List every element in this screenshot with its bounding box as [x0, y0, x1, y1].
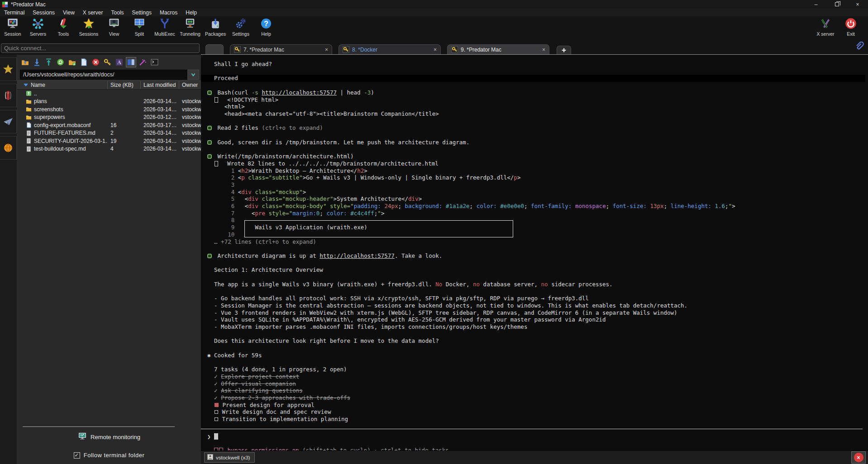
table-row[interactable]: FUTURE-FEATURES.md22026-03-14…vstockw [17, 129, 201, 137]
strip-button-favorites-star[interactable] [0, 57, 17, 81]
terminal-line [207, 345, 868, 352]
quick-connect-input[interactable] [1, 43, 200, 53]
wand-icon [139, 58, 147, 66]
toolbar-button-settings[interactable]: Settings [228, 18, 253, 37]
file-name-cell: SECURITY-AUDIT-2026-03-1… [17, 138, 108, 144]
attach-paperclip-icon[interactable] [854, 42, 864, 52]
file-table-header-size-kb-[interactable]: Size (KB) [108, 81, 141, 89]
prompt-line[interactable]: ❯ [207, 433, 868, 440]
close-terminal-button[interactable]: × [851, 451, 866, 464]
menu-item-view[interactable]: View [59, 9, 79, 16]
menu-item-help[interactable]: Help [181, 9, 201, 16]
file-toolbar-refresh[interactable] [55, 57, 66, 67]
file-toolbar-parent-folder[interactable] [20, 57, 30, 67]
file-toolbar-new-file[interactable] [79, 57, 89, 67]
table-row[interactable]: screenshots2026-03-14…vstockw [17, 105, 201, 114]
star-icon [83, 18, 95, 30]
table-row[interactable]: SECURITY-AUDIT-2026-03-1…192026-03-14…vs… [17, 137, 201, 145]
table-row[interactable]: config-export.mobaconf162026-03-17…vstoc… [17, 121, 201, 129]
terminal-line: ✱ Cooked for 59s [207, 352, 868, 359]
remote-monitoring-button[interactable]: Remote monitoring [17, 432, 201, 442]
menu-item-tools[interactable]: Tools [107, 9, 128, 16]
toolbar-button-x server[interactable]: X server [813, 18, 838, 37]
terminal-line: 6 <div class="mockup-body" style="paddin… [207, 203, 868, 210]
tab-close-icon[interactable]: × [325, 47, 328, 53]
menu-item-terminal[interactable]: Terminal [0, 9, 29, 16]
toolbar-button-exit[interactable]: Exit [838, 18, 863, 37]
toolbar-button-label: Servers [30, 31, 46, 37]
task-open-icon [215, 410, 218, 414]
terminal-line: - MobaXTerm importer parses .mobaconf IN… [207, 323, 868, 331]
file-toolbar-delete[interactable] [91, 57, 101, 67]
file-name-cell: config-export.mobaconf [17, 122, 108, 128]
window-title: *Predator Mac [11, 1, 46, 8]
toolbar-button-tools[interactable]: Tools [51, 18, 76, 37]
terminal-line: 7 <pre style="margin:0; color: #c4c4ff;"… [207, 210, 868, 217]
file-toolbar-panels[interactable] [126, 57, 136, 67]
table-row[interactable]: superpowers2026-03-12…vstockw [17, 114, 201, 122]
tab-close-icon[interactable]: × [542, 47, 545, 53]
file-toolbar-download[interactable] [32, 57, 42, 67]
toolbar-button-help[interactable]: ?Help [253, 18, 279, 37]
file-browser-panel: A /Users/vstockwell/repos/wraith/docs/ N… [17, 55, 201, 464]
file-toolbar-key[interactable] [102, 57, 113, 67]
file-name-cell: .. [17, 90, 108, 97]
file-table-header-name[interactable]: Name [17, 81, 108, 89]
close-button[interactable]: × [847, 0, 868, 9]
file-toolbar-wand[interactable] [138, 57, 148, 67]
path-input[interactable]: /Users/vstockwell/repos/wraith/docs/ [20, 70, 187, 80]
file-owner-cell: vstockw [179, 130, 201, 136]
tab-8-docker[interactable]: 8. *Docker× [339, 44, 441, 54]
folder-icon [26, 99, 32, 104]
minimize-button[interactable]: – [806, 0, 826, 9]
table-row[interactable]: plans2026-03-14…vstockw [17, 98, 201, 106]
sort-descending-icon [24, 84, 28, 86]
file-modified-cell: 2026-03-17… [141, 122, 179, 128]
refresh-icon [57, 58, 64, 66]
strip-button-globe[interactable] [0, 136, 17, 160]
file-toolbar-new-folder[interactable] [67, 57, 77, 67]
terminal-line: <!DOCTYPE html> [207, 96, 868, 104]
path-dropdown-button[interactable] [187, 70, 199, 80]
menu-item-macros[interactable]: Macros [156, 9, 181, 16]
toolbar-button-session[interactable]: Session [0, 18, 25, 37]
toolbar-button-packages[interactable]: Packages [203, 18, 228, 37]
menu-item-sessions[interactable]: Sessions [29, 9, 59, 16]
menu-item-x-server[interactable]: X server [79, 9, 107, 16]
tab-add-button[interactable] [557, 46, 571, 54]
table-row[interactable]: .. [17, 90, 201, 98]
file-table-header-last-modified[interactable]: Last modified [141, 81, 179, 89]
terminal-output[interactable]: Shall I go ahead? Proceed Bash(curl -s h… [201, 55, 868, 450]
toolbar-button-servers[interactable]: Servers [25, 18, 51, 37]
tab-home[interactable] [205, 44, 224, 54]
strip-button-tools-knife-side[interactable] [0, 84, 17, 107]
follow-terminal-folder-toggle[interactable]: ✓ Follow terminal folder [17, 452, 201, 459]
restore-button[interactable] [826, 0, 847, 9]
tab-7-predator-mac[interactable]: 7. *Predator Mac× [230, 44, 332, 54]
toolbar-button-tunneling[interactable]: Tunneling [177, 18, 203, 37]
bottom-user-tab[interactable]: vstockwell (x3) [204, 452, 255, 463]
terminal-line: 9 Wails v3 Application (wraith.exe) [207, 224, 868, 231]
checkbox-checked-icon[interactable]: ✓ [74, 452, 80, 459]
file-toolbar-terminal-btn[interactable] [149, 57, 160, 67]
key-icon [104, 58, 111, 66]
table-row[interactable]: test-buildout-spec.md42026-03-14…vstockw [17, 145, 201, 153]
toolbar-button-split[interactable]: Split [127, 18, 152, 37]
bullet-icon [207, 140, 212, 145]
toolbar-button-label: Exit [847, 31, 855, 37]
terminal-line: Bash(curl -s http://localhost:57577 | he… [207, 89, 868, 96]
toolbar-button-sessions[interactable]: Sessions [76, 18, 101, 37]
strip-button-sftp-plane[interactable] [0, 110, 17, 133]
file-toolbar-font[interactable]: A [114, 57, 124, 67]
tab-9-predator-mac[interactable]: 9. *Predator Mac× [447, 44, 549, 54]
file-table-header-owner[interactable]: Owner [179, 81, 201, 89]
menu-item-settings[interactable]: Settings [128, 9, 156, 16]
tab-close-icon[interactable]: × [434, 47, 437, 53]
toolbar-button-view[interactable]: View [101, 18, 127, 37]
toolbar-button-multiexec[interactable]: MultiExec [152, 18, 177, 37]
file-md-icon [26, 138, 32, 144]
file-table-header[interactable]: NameSize (KB)Last modifiedOwner [17, 80, 201, 90]
file-toolbar-upload[interactable] [43, 57, 54, 67]
font-icon: A [115, 58, 123, 66]
new-file-icon [80, 58, 88, 66]
